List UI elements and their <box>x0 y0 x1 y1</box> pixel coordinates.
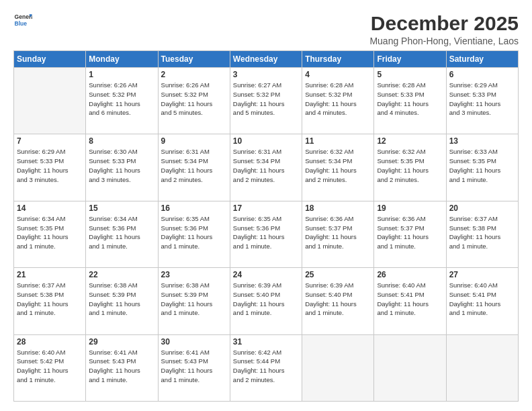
day-detail: Sunrise: 6:31 AM Sunset: 5:34 PM Dayligh… <box>233 147 299 184</box>
day-number: 25 <box>305 270 371 279</box>
day-cell: 25Sunrise: 6:39 AM Sunset: 5:40 PM Dayli… <box>302 268 374 334</box>
calendar: Sunday Monday Tuesday Wednesday Thursday… <box>13 50 519 402</box>
day-number: 23 <box>161 270 227 279</box>
day-detail: Sunrise: 6:40 AM Sunset: 5:42 PM Dayligh… <box>17 348 83 385</box>
day-cell: 22Sunrise: 6:38 AM Sunset: 5:39 PM Dayli… <box>86 268 158 334</box>
day-cell: 27Sunrise: 6:40 AM Sunset: 5:41 PM Dayli… <box>446 268 518 334</box>
day-cell <box>302 334 374 401</box>
logo: General Blue <box>13 12 32 27</box>
day-detail: Sunrise: 6:39 AM Sunset: 5:40 PM Dayligh… <box>305 281 371 318</box>
day-cell: 13Sunrise: 6:33 AM Sunset: 5:35 PM Dayli… <box>446 134 518 201</box>
day-cell: 3Sunrise: 6:27 AM Sunset: 5:32 PM Daylig… <box>230 68 302 134</box>
day-cell <box>14 68 86 134</box>
day-number: 15 <box>89 203 154 213</box>
day-detail: Sunrise: 6:41 AM Sunset: 5:43 PM Dayligh… <box>161 348 227 385</box>
page: General Blue December 2025 Muang Phon-Ho… <box>0 0 532 411</box>
day-number: 9 <box>161 136 227 146</box>
day-cell: 6Sunrise: 6:29 AM Sunset: 5:33 PM Daylig… <box>446 68 518 134</box>
day-cell: 17Sunrise: 6:35 AM Sunset: 5:36 PM Dayli… <box>230 201 302 267</box>
week-row-3: 21Sunrise: 6:37 AM Sunset: 5:38 PM Dayli… <box>14 268 519 334</box>
day-detail: Sunrise: 6:37 AM Sunset: 5:38 PM Dayligh… <box>449 214 515 251</box>
day-detail: Sunrise: 6:31 AM Sunset: 5:34 PM Dayligh… <box>161 147 227 184</box>
day-detail: Sunrise: 6:36 AM Sunset: 5:37 PM Dayligh… <box>377 214 443 251</box>
day-detail: Sunrise: 6:38 AM Sunset: 5:39 PM Dayligh… <box>89 281 154 318</box>
day-number: 14 <box>17 203 83 213</box>
day-number: 11 <box>305 136 371 146</box>
day-cell: 14Sunrise: 6:34 AM Sunset: 5:35 PM Dayli… <box>14 201 86 267</box>
day-number: 21 <box>17 270 83 279</box>
day-detail: Sunrise: 6:27 AM Sunset: 5:32 PM Dayligh… <box>233 81 299 118</box>
day-detail: Sunrise: 6:41 AM Sunset: 5:43 PM Dayligh… <box>89 348 154 385</box>
day-number: 18 <box>305 203 371 213</box>
day-cell <box>446 334 518 401</box>
day-cell: 11Sunrise: 6:32 AM Sunset: 5:34 PM Dayli… <box>302 134 374 201</box>
day-cell: 31Sunrise: 6:42 AM Sunset: 5:44 PM Dayli… <box>230 334 302 401</box>
day-detail: Sunrise: 6:32 AM Sunset: 5:35 PM Dayligh… <box>377 147 443 184</box>
day-detail: Sunrise: 6:42 AM Sunset: 5:44 PM Dayligh… <box>233 348 299 385</box>
day-cell: 21Sunrise: 6:37 AM Sunset: 5:38 PM Dayli… <box>14 268 86 334</box>
day-number: 19 <box>377 203 443 213</box>
logo-icon: General Blue <box>13 12 32 27</box>
day-number: 22 <box>89 270 154 279</box>
day-detail: Sunrise: 6:29 AM Sunset: 5:33 PM Dayligh… <box>17 147 83 184</box>
day-detail: Sunrise: 6:40 AM Sunset: 5:41 PM Dayligh… <box>377 281 443 318</box>
day-detail: Sunrise: 6:38 AM Sunset: 5:39 PM Dayligh… <box>161 281 227 318</box>
day-detail: Sunrise: 6:30 AM Sunset: 5:33 PM Dayligh… <box>89 147 154 184</box>
day-number: 17 <box>233 203 299 213</box>
day-cell: 16Sunrise: 6:35 AM Sunset: 5:36 PM Dayli… <box>158 201 230 267</box>
day-number: 8 <box>89 136 154 146</box>
day-detail: Sunrise: 6:35 AM Sunset: 5:36 PM Dayligh… <box>233 214 299 251</box>
col-saturday: Saturday <box>446 51 518 68</box>
month-title: December 2025 <box>369 12 519 34</box>
day-number: 13 <box>449 136 515 146</box>
day-cell: 26Sunrise: 6:40 AM Sunset: 5:41 PM Dayli… <box>374 268 446 334</box>
day-number: 30 <box>161 337 227 347</box>
day-number: 26 <box>377 270 443 279</box>
day-cell: 5Sunrise: 6:28 AM Sunset: 5:33 PM Daylig… <box>374 68 446 134</box>
day-cell: 9Sunrise: 6:31 AM Sunset: 5:34 PM Daylig… <box>158 134 230 201</box>
svg-text:Blue: Blue <box>15 20 28 27</box>
day-cell: 20Sunrise: 6:37 AM Sunset: 5:38 PM Dayli… <box>446 201 518 267</box>
day-cell: 15Sunrise: 6:34 AM Sunset: 5:36 PM Dayli… <box>86 201 158 267</box>
day-detail: Sunrise: 6:29 AM Sunset: 5:33 PM Dayligh… <box>449 81 515 118</box>
day-cell: 19Sunrise: 6:36 AM Sunset: 5:37 PM Dayli… <box>374 201 446 267</box>
day-number: 28 <box>17 337 83 347</box>
day-cell: 29Sunrise: 6:41 AM Sunset: 5:43 PM Dayli… <box>86 334 158 401</box>
week-row-0: 1Sunrise: 6:26 AM Sunset: 5:32 PM Daylig… <box>14 68 519 134</box>
day-number: 31 <box>233 337 299 347</box>
day-cell: 30Sunrise: 6:41 AM Sunset: 5:43 PM Dayli… <box>158 334 230 401</box>
day-detail: Sunrise: 6:33 AM Sunset: 5:35 PM Dayligh… <box>449 147 515 184</box>
week-row-4: 28Sunrise: 6:40 AM Sunset: 5:42 PM Dayli… <box>14 334 519 401</box>
day-cell: 28Sunrise: 6:40 AM Sunset: 5:42 PM Dayli… <box>14 334 86 401</box>
day-cell: 10Sunrise: 6:31 AM Sunset: 5:34 PM Dayli… <box>230 134 302 201</box>
header-row: Sunday Monday Tuesday Wednesday Thursday… <box>14 51 519 68</box>
day-number: 29 <box>89 337 154 347</box>
location: Muang Phon-Hong, Vientiane, Laos <box>369 36 519 46</box>
day-detail: Sunrise: 6:35 AM Sunset: 5:36 PM Dayligh… <box>161 214 227 251</box>
week-row-1: 7Sunrise: 6:29 AM Sunset: 5:33 PM Daylig… <box>14 134 519 201</box>
day-number: 24 <box>233 270 299 279</box>
day-detail: Sunrise: 6:40 AM Sunset: 5:41 PM Dayligh… <box>449 281 515 318</box>
col-monday: Monday <box>86 51 158 68</box>
day-number: 20 <box>449 203 515 213</box>
col-sunday: Sunday <box>14 51 86 68</box>
day-detail: Sunrise: 6:34 AM Sunset: 5:35 PM Dayligh… <box>17 214 83 251</box>
day-number: 5 <box>377 70 443 79</box>
col-wednesday: Wednesday <box>230 51 302 68</box>
day-cell: 4Sunrise: 6:28 AM Sunset: 5:32 PM Daylig… <box>302 68 374 134</box>
col-tuesday: Tuesday <box>158 51 230 68</box>
day-cell: 12Sunrise: 6:32 AM Sunset: 5:35 PM Dayli… <box>374 134 446 201</box>
header: General Blue December 2025 Muang Phon-Ho… <box>13 12 519 46</box>
day-number: 1 <box>89 70 154 79</box>
day-number: 6 <box>449 70 515 79</box>
day-cell: 18Sunrise: 6:36 AM Sunset: 5:37 PM Dayli… <box>302 201 374 267</box>
day-cell: 24Sunrise: 6:39 AM Sunset: 5:40 PM Dayli… <box>230 268 302 334</box>
day-number: 3 <box>233 70 299 79</box>
col-thursday: Thursday <box>302 51 374 68</box>
day-detail: Sunrise: 6:37 AM Sunset: 5:38 PM Dayligh… <box>17 281 83 318</box>
day-number: 27 <box>449 270 515 279</box>
col-friday: Friday <box>374 51 446 68</box>
day-cell <box>374 334 446 401</box>
day-detail: Sunrise: 6:32 AM Sunset: 5:34 PM Dayligh… <box>305 147 371 184</box>
day-number: 16 <box>161 203 227 213</box>
